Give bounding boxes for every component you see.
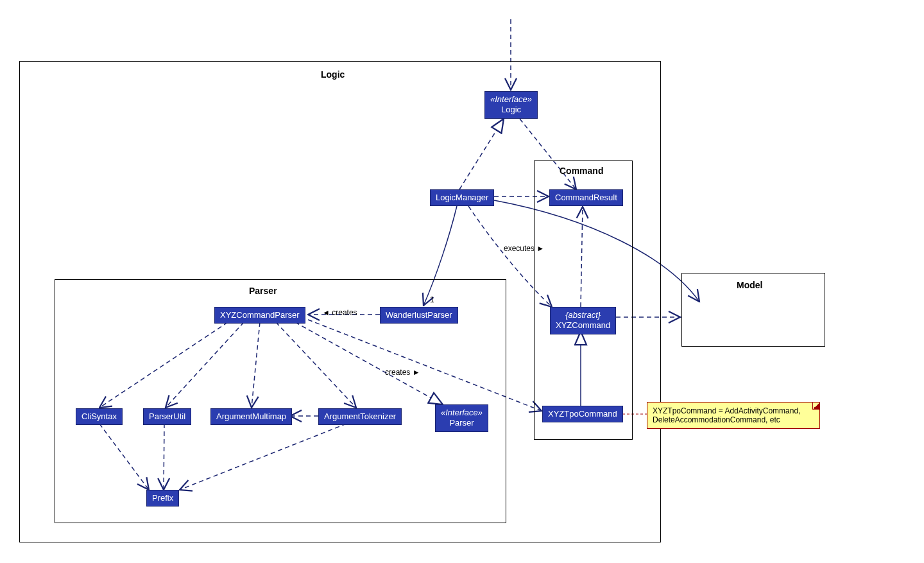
- node-parser-util: ParserUtil: [143, 408, 191, 425]
- class-name: CommandResult: [555, 193, 617, 203]
- class-name: XYZCommandParser: [220, 310, 300, 320]
- package-parser-label: Parser: [249, 286, 277, 296]
- node-cli-syntax: CliSyntax: [76, 408, 123, 425]
- class-name: ArgumentMultimap: [216, 411, 286, 422]
- class-name: Parser: [441, 418, 483, 428]
- stereotype: {abstract}: [556, 310, 610, 320]
- note-xyz-tpo: XYZTpoCommand = AddActivityCommand, Dele…: [647, 402, 820, 429]
- note-text: XYZTpoCommand = AddActivityCommand, Dele…: [653, 406, 800, 424]
- class-name: XYZCommand: [556, 320, 610, 331]
- uml-diagram: CommandResult (dashed) --> WanderlustPar…: [0, 0, 924, 563]
- class-name: CliSyntax: [81, 411, 117, 422]
- node-xyz-tpo-command: XYZTpoCommand: [542, 406, 623, 422]
- node-parser-interface: «Interface» Parser: [435, 404, 488, 432]
- node-argument-multimap: ArgumentMultimap: [210, 408, 292, 425]
- label-executes: executes ►: [504, 244, 544, 253]
- node-command-result: CommandResult: [549, 189, 623, 206]
- label-creates-2: creates ►: [385, 368, 420, 377]
- package-model-label: Model: [737, 280, 762, 290]
- node-prefix: Prefix: [146, 490, 179, 507]
- class-name: ArgumentTokenizer: [324, 411, 396, 422]
- label-creates-1: ◄ creates: [322, 308, 357, 317]
- class-name: LogicManager: [436, 193, 488, 203]
- package-logic-label: Logic: [321, 69, 345, 80]
- class-name: Prefix: [152, 493, 173, 503]
- node-xyz-command: {abstract} XYZCommand: [550, 307, 616, 334]
- class-name: Logic: [490, 105, 532, 115]
- node-wanderlust-parser: WanderlustParser: [380, 307, 458, 324]
- node-xyz-command-parser: XYZCommandParser: [214, 307, 305, 324]
- package-command-label: Command: [560, 166, 603, 176]
- class-name: WanderlustParser: [386, 310, 452, 320]
- class-name: XYZTpoCommand: [548, 409, 617, 419]
- label-multiplicity-1: 1: [430, 295, 434, 304]
- node-logic-manager: LogicManager: [430, 189, 494, 206]
- class-name: ParserUtil: [149, 411, 185, 422]
- stereotype: «Interface»: [490, 94, 532, 105]
- node-logic-interface: «Interface» Logic: [484, 91, 538, 119]
- node-argument-tokenizer: ArgumentTokenizer: [318, 408, 402, 425]
- stereotype: «Interface»: [441, 408, 483, 418]
